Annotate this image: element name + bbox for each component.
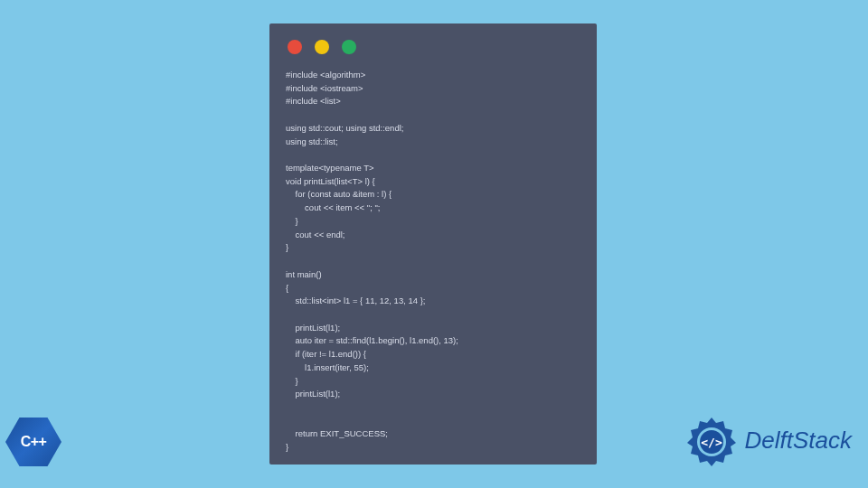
code-content: #include <algorithm> #include <iostream>… [286,69,580,455]
traffic-lights [286,40,580,54]
gear-icon: </> [685,414,738,466]
svg-text:</>: </> [701,436,722,449]
close-icon [288,40,302,54]
delftstack-text: DelftStack [745,427,853,455]
minimize-icon [315,40,329,54]
cpp-label: C++ [21,434,47,450]
cpp-language-badge: C++ [0,410,67,474]
code-window: #include <algorithm> #include <iostream>… [269,23,597,465]
maximize-icon [342,40,356,54]
delftstack-logo: </> DelftStack [685,414,853,466]
